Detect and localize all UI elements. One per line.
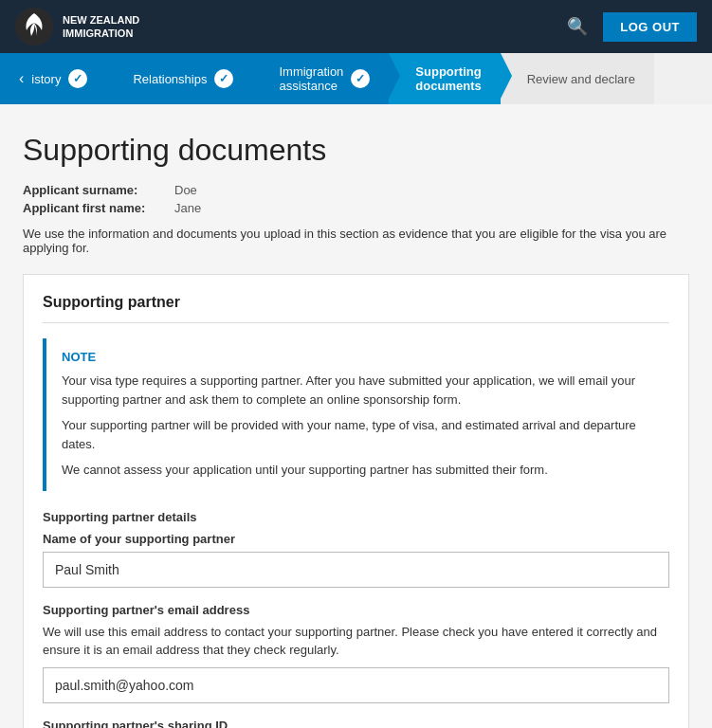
tab-review-label: Review and declare (527, 72, 635, 86)
tab-history-label: istory (31, 72, 61, 86)
logout-button[interactable]: LOG OUT (603, 12, 697, 42)
sharing-id-field-label: Supporting partner's sharing ID (43, 719, 669, 729)
main-content: Supporting documents Applicant surname: … (0, 104, 712, 728)
note-box: NOTE Your visa type requires a supportin… (43, 338, 669, 491)
note-line1: Your visa type requires a supporting par… (62, 372, 654, 409)
tab-immigration-label: Immigrationassistance (279, 64, 343, 93)
tab-review-declare[interactable]: Review and declare (501, 53, 654, 104)
note-line3: We cannot assess your application until … (62, 461, 654, 480)
logo-text: NEW ZEALAND IMMIGRATION (63, 13, 139, 41)
step-navigation: ‹ istory ✓ Relationships ✓ Immigrationas… (0, 53, 712, 104)
partner-details-subtitle: Supporting partner details (43, 510, 669, 524)
search-button[interactable]: 🔍 (567, 16, 588, 37)
history-check-icon: ✓ (68, 69, 87, 88)
note-title: NOTE (62, 350, 654, 364)
immigration-check-icon: ✓ (351, 69, 370, 88)
card-title: Supporting partner (43, 294, 669, 323)
header: NEW ZEALAND IMMIGRATION 🔍 LOG OUT (0, 0, 712, 53)
tab-history[interactable]: ‹ istory ✓ (0, 53, 106, 104)
surname-row: Applicant surname: Doe (23, 183, 689, 197)
tab-relationships-label: Relationships (133, 72, 207, 86)
tab-supporting-docs-label: Supportingdocuments (415, 64, 481, 93)
supporting-partner-card: Supporting partner NOTE Your visa type r… (23, 274, 689, 728)
tab-relationships[interactable]: Relationships ✓ (106, 53, 252, 104)
partner-email-input[interactable] (43, 667, 669, 703)
section-description: We use the information and documents you… (23, 227, 689, 255)
firstname-value: Jane (174, 201, 201, 215)
surname-value: Doe (174, 183, 197, 197)
note-line2: Your supporting partner will be provided… (62, 416, 654, 453)
firstname-label: Applicant first name: (23, 201, 174, 215)
relationships-check-icon: ✓ (214, 69, 233, 88)
applicant-info: Applicant surname: Doe Applicant first n… (23, 183, 689, 215)
logo: NEW ZEALAND IMMIGRATION (15, 8, 139, 46)
tab-arrow-2 (252, 53, 264, 99)
nz-fern-icon (15, 8, 53, 46)
email-field-desc: We will use this email address to contac… (43, 623, 669, 660)
tab-arrow (106, 53, 118, 99)
tab-arrow-4 (501, 53, 512, 99)
firstname-row: Applicant first name: Jane (23, 201, 689, 215)
tab-immigration-assistance[interactable]: Immigrationassistance ✓ (252, 53, 389, 104)
back-arrow-icon: ‹ (19, 70, 24, 87)
partner-name-input[interactable] (43, 552, 669, 588)
surname-label: Applicant surname: (23, 183, 174, 197)
email-field-label: Supporting partner's email address (43, 603, 669, 617)
name-field-label: Name of your supporting partner (43, 532, 669, 546)
tab-arrow-3 (389, 53, 400, 99)
header-actions: 🔍 LOG OUT (567, 12, 697, 42)
page-title: Supporting documents (23, 133, 689, 168)
tab-supporting-documents[interactable]: Supportingdocuments (389, 53, 500, 104)
